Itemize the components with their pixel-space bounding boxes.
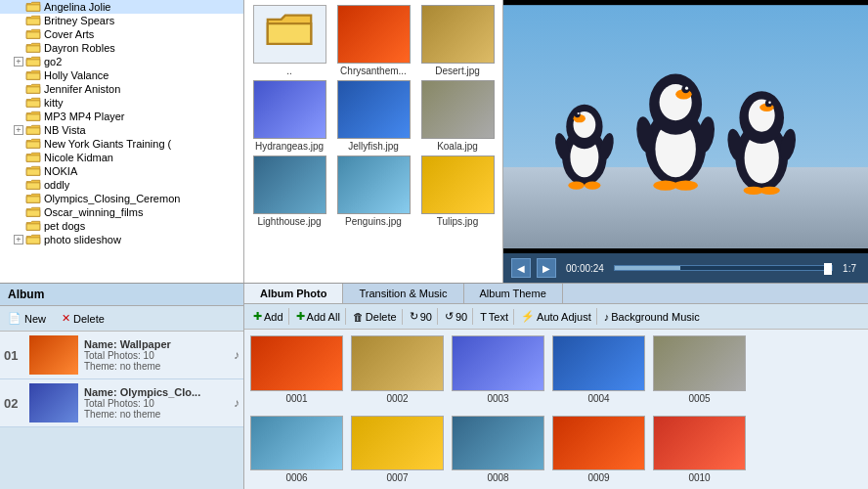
- text-button[interactable]: T Text: [475, 309, 514, 325]
- delete-photo-button[interactable]: 🗑 Delete: [348, 309, 403, 325]
- tree-item-jennifer[interactable]: Jennifer Aniston: [0, 82, 243, 96]
- folder-icon-olympics: [25, 193, 41, 204]
- strip-item-0009[interactable]: 0009: [552, 416, 645, 484]
- tree-label-holly: Holly Valance: [44, 69, 108, 81]
- auto-adjust-button[interactable]: ⚡ Auto Adjust: [516, 308, 597, 325]
- prev-button[interactable]: ◀: [511, 258, 531, 278]
- thumb-label-dotdot: ..: [286, 66, 292, 76]
- strip-thumb-0002: [351, 335, 444, 391]
- tree-item-nbvista[interactable]: + NB Vista: [0, 123, 243, 137]
- thumb-label-chrysanthemum: Chrysanthem...: [340, 66, 407, 76]
- expand-btn-nbvista[interactable]: +: [14, 125, 23, 135]
- strip-num-0003: 0003: [487, 393, 508, 404]
- tree-item-holly[interactable]: Holly Valance: [0, 68, 243, 82]
- tab-album-theme[interactable]: Album Theme: [464, 284, 563, 303]
- tree-item-nicole[interactable]: Nicole Kidman: [0, 151, 243, 164]
- strip-item-0007[interactable]: 0007: [351, 416, 444, 484]
- photo-grid-area[interactable]: .. Chrysanthem... Desert.jpg Hydrangeas.…: [244, 0, 503, 283]
- folder-tree[interactable]: Angelina Jolie Britney Spears Cover Arts…: [0, 0, 244, 283]
- folder-icon-go2: [25, 56, 41, 67]
- expand-btn-photo[interactable]: +: [14, 235, 23, 244]
- photo-strip-row2: 0006 0007 0008 0009 0010: [244, 410, 868, 490]
- thumb-jellyfish[interactable]: Jellyfish.jpg: [333, 80, 413, 152]
- folder-icon-photo: [25, 234, 41, 245]
- tree-item-nygiants[interactable]: New York Giants Training (: [0, 137, 243, 151]
- rotate-cw-icon: ↻: [410, 310, 418, 323]
- tree-item-petdogs[interactable]: pet dogs: [0, 219, 243, 233]
- strip-item-0006[interactable]: 0006: [250, 416, 343, 484]
- strip-item-0002[interactable]: 0002: [351, 335, 444, 404]
- add-all-button[interactable]: ✚ Add All: [291, 308, 346, 325]
- expand-btn-go2[interactable]: +: [14, 57, 23, 67]
- time-display: 00:00:24: [566, 263, 604, 274]
- strip-item-0010[interactable]: 0010: [653, 416, 746, 484]
- folder-icon-kitty: [25, 97, 41, 109]
- thumb-koala[interactable]: Koala.jpg: [417, 80, 498, 152]
- thumb-hydrangeas[interactable]: Hydrangeas.jpg: [249, 80, 329, 152]
- progress-fill: [615, 266, 680, 270]
- thumb-penguins[interactable]: Penguins.jpg: [333, 156, 413, 227]
- strip-num-0008: 0008: [487, 472, 508, 483]
- tree-item-oscar[interactable]: Oscar_winning_films: [0, 205, 243, 219]
- tree-item-dayron[interactable]: Dayron Robles: [0, 41, 243, 55]
- tree-label-nygiants: New York Giants Training (: [44, 138, 171, 150]
- thumb-img-tulips: [421, 156, 495, 214]
- thumb-chrysanthemum[interactable]: Chrysanthem...: [333, 5, 413, 76]
- music-note-icon-01: ♪: [234, 348, 239, 362]
- svg-point-8: [578, 112, 580, 114]
- rotate-ccw-label: 90: [456, 311, 467, 323]
- tree-label-nokia: NOKIA: [44, 165, 77, 177]
- tree-item-olympics[interactable]: Olympics_Closing_Ceremon: [0, 192, 243, 205]
- tree-item-coverarts[interactable]: Cover Arts: [0, 27, 243, 41]
- strip-thumb-0003: [452, 335, 544, 391]
- tree-item-go2[interactable]: + go2: [0, 55, 243, 68]
- tree-item-nokia[interactable]: NOKIA: [0, 164, 243, 178]
- album-item-02[interactable]: 02 Name: Olympics_Clo... Total Photos: 1…: [0, 379, 243, 427]
- svg-point-23: [673, 180, 698, 190]
- strip-item-0005[interactable]: 0005: [653, 335, 746, 404]
- photo-strip-row1: 0001 0002 0003 0004 0005: [244, 330, 868, 410]
- thumb-desert[interactable]: Desert.jpg: [417, 5, 498, 76]
- tree-item-britney[interactable]: Britney Spears: [0, 14, 243, 27]
- album-item-01[interactable]: 01 Name: Wallpaper Total Photos: 10 Them…: [0, 332, 243, 379]
- tree-item-photo[interactable]: + photo slideshow: [0, 233, 243, 246]
- rotate-cw-button[interactable]: ↻ 90: [405, 308, 438, 325]
- tree-label-go2: go2: [44, 56, 62, 67]
- album-info-02: Name: Olympics_Clo... Total Photos: 10 T…: [84, 386, 228, 420]
- delete-label: Delete: [73, 313, 105, 325]
- thumb-label-koala: Koala.jpg: [437, 141, 478, 152]
- strip-item-0001[interactable]: 0001: [250, 335, 343, 404]
- app-container: Angelina Jolie Britney Spears Cover Arts…: [0, 0, 868, 489]
- thumb-lighthouse[interactable]: Lighthouse.jpg: [249, 156, 329, 227]
- bottom-section: Album 📄 New ✕ Delete 01 Name: Wallpaper …: [0, 284, 868, 489]
- tree-item-mp3[interactable]: MP3 MP4 Player: [0, 110, 243, 123]
- folder-icon-nokia: [25, 165, 41, 177]
- tree-item-angelina[interactable]: Angelina Jolie: [0, 0, 243, 14]
- album-num-01: 01: [4, 348, 23, 363]
- thumb-tulips[interactable]: Tulips.jpg: [417, 156, 498, 227]
- thumb-dotdot[interactable]: ..: [249, 5, 329, 76]
- folder-icon-angelina: [25, 1, 41, 13]
- new-album-button[interactable]: 📄 New: [4, 310, 50, 327]
- svg-point-34: [760, 187, 780, 195]
- strip-num-0001: 0001: [285, 393, 307, 404]
- play-button[interactable]: ▶: [537, 258, 556, 278]
- new-icon: 📄: [8, 312, 22, 325]
- tab-album-photo[interactable]: Album Photo: [244, 284, 343, 303]
- strip-item-0004[interactable]: 0004: [552, 335, 645, 404]
- tree-item-kitty[interactable]: kitty: [0, 96, 243, 110]
- tab-transition-music[interactable]: Transition & Music: [343, 284, 463, 303]
- rotate-ccw-button[interactable]: ↺ 90: [440, 308, 473, 325]
- add-all-icon: ✚: [296, 310, 305, 323]
- delete-album-button[interactable]: ✕ Delete: [58, 310, 108, 327]
- svg-point-30: [768, 101, 770, 103]
- tree-item-oddly[interactable]: oddly: [0, 178, 243, 192]
- strip-thumb-0005: [653, 335, 746, 391]
- add-button[interactable]: ✚ Add: [248, 308, 289, 325]
- strip-item-0003[interactable]: 0003: [452, 335, 544, 404]
- progress-bar[interactable]: [614, 265, 833, 271]
- strip-item-0008[interactable]: 0008: [452, 416, 544, 484]
- background-music-button[interactable]: ♪ Background Music: [599, 309, 705, 325]
- strip-thumb-0008: [452, 416, 544, 471]
- strip-thumb-0007: [351, 416, 444, 471]
